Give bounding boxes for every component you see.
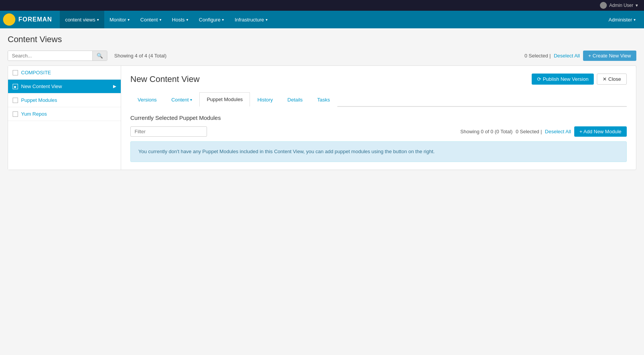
nav-item-monitor[interactable]: Monitor ▾ [104, 11, 135, 28]
header-buttons: ⟳ Publish New Version ✕ Close [532, 74, 627, 85]
toolbar-left: 🔍 Showing 4 of 4 (4 Total) [8, 51, 166, 61]
user-dropdown-caret: ▾ [636, 3, 638, 8]
sidebar-item-yum-repos-label: Yum Repos [21, 111, 116, 117]
content-view-title: New Content View [130, 74, 200, 84]
search-box: 🔍 [8, 51, 107, 61]
nav-item-hosts-caret: ▾ [186, 18, 188, 22]
search-button[interactable]: 🔍 [92, 51, 107, 61]
page-container: Content Views 🔍 Showing 4 of 4 (4 Total)… [0, 28, 644, 355]
nav-item-infrastructure-label: Infrastructure [235, 17, 264, 23]
tab-details-label: Details [288, 97, 303, 103]
tab-content-caret: ▾ [190, 98, 192, 102]
toolbar-right: 0 Selected | Deselect All + Create New V… [524, 51, 636, 61]
filter-deselect-all-link[interactable]: Deselect All [545, 129, 571, 134]
filter-right: Showing 0 of 0 (0 Total) 0 Selected | De… [460, 126, 627, 137]
nav-item-content-views-caret: ▾ [97, 18, 99, 22]
nav-item-content-label: Content [140, 17, 158, 23]
nav-item-configure[interactable]: Configure ▾ [194, 11, 229, 28]
search-input[interactable] [8, 51, 92, 61]
nav-item-monitor-caret: ▾ [128, 18, 130, 22]
nav-item-monitor-label: Monitor [110, 17, 126, 23]
sidebar-item-yum-repos[interactable]: Yum Repos [8, 107, 121, 121]
nav-item-infrastructure[interactable]: Infrastructure ▾ [229, 11, 273, 28]
tab-puppet-modules[interactable]: Puppet Modules [199, 92, 250, 107]
sidebar-checkbox-yum-repos[interactable] [13, 111, 18, 117]
tab-versions[interactable]: Versions [130, 92, 164, 107]
puppet-modules-section: Currently Selected Puppet Modules Showin… [130, 115, 627, 162]
user-avatar-icon [600, 2, 607, 9]
foreman-logo-icon [3, 13, 15, 26]
user-label: Admin User [609, 3, 633, 8]
tab-versions-label: Versions [138, 97, 157, 103]
sidebar: COMPOSITE ■ New Content View ▶ Puppet Mo… [8, 66, 121, 170]
brand-label: FOREMAN [18, 16, 52, 23]
info-message-box: You currently don't have any Puppet Modu… [130, 141, 627, 162]
selected-count: 0 Selected | [524, 53, 550, 59]
sidebar-checkbox-composite[interactable] [13, 70, 18, 75]
create-new-view-button[interactable]: + Create New View [583, 51, 636, 61]
nav-item-content-views-label: content views [65, 17, 95, 23]
user-menu[interactable]: Admin User ▾ [600, 2, 638, 9]
tab-tasks-label: Tasks [317, 97, 330, 103]
page-title: Content Views [8, 34, 636, 44]
sidebar-checkbox-new-content-view[interactable]: ■ [13, 84, 18, 89]
filter-toolbar: Showing 0 of 0 (0 Total) 0 Selected | De… [130, 126, 627, 137]
nav-item-administer-label: Administer [609, 17, 632, 23]
filter-showing-count: Showing 0 of 0 (0 Total) [460, 129, 513, 134]
main-layout: COMPOSITE ■ New Content View ▶ Puppet Mo… [8, 65, 636, 170]
nav-item-content-views[interactable]: content views ▾ [60, 11, 104, 28]
filter-selected-count: 0 Selected | [516, 129, 542, 134]
sidebar-item-composite[interactable]: COMPOSITE [8, 66, 121, 80]
nav-item-content-caret: ▾ [159, 18, 161, 22]
tab-history-label: History [257, 97, 273, 103]
nav-item-configure-label: Configure [199, 17, 220, 23]
top-bar: Admin User ▾ [0, 0, 644, 11]
tab-details[interactable]: Details [280, 92, 310, 107]
nav-item-content[interactable]: Content ▾ [135, 11, 167, 28]
nav-item-infrastructure-caret: ▾ [266, 18, 268, 22]
content-panel: New Content View ⟳ Publish New Version ✕… [121, 66, 636, 170]
nav-item-administer[interactable]: Administer ▾ [603, 11, 641, 28]
filter-input[interactable] [130, 126, 207, 137]
info-message-text: You currently don't have any Puppet Modu… [138, 149, 435, 154]
tab-content-label: Content [171, 97, 189, 103]
deselect-all-link[interactable]: Deselect All [554, 53, 580, 59]
add-new-module-button[interactable]: + Add New Module [574, 126, 627, 137]
sidebar-checkbox-puppet-modules[interactable] [13, 98, 18, 103]
tab-tasks[interactable]: Tasks [310, 92, 337, 107]
sidebar-item-new-content-view-label: New Content View [21, 83, 110, 89]
brand[interactable]: FOREMAN [3, 13, 52, 26]
close-button[interactable]: ✕ Close [597, 74, 627, 85]
showing-count: Showing 4 of 4 (4 Total) [114, 53, 166, 59]
nav-item-administer-caret: ▾ [634, 18, 636, 22]
sidebar-item-puppet-modules[interactable]: Puppet Modules [8, 93, 121, 107]
section-title: Currently Selected Puppet Modules [130, 115, 627, 121]
toolbar: 🔍 Showing 4 of 4 (4 Total) 0 Selected | … [8, 51, 636, 61]
content-header: New Content View ⟳ Publish New Version ✕… [130, 74, 627, 85]
tab-history[interactable]: History [250, 92, 280, 107]
nav-items: content views ▾ Monitor ▾ Content ▾ Host… [60, 11, 641, 28]
sidebar-item-new-content-view[interactable]: ■ New Content View ▶ [8, 80, 121, 93]
nav-item-hosts-label: Hosts [172, 17, 185, 23]
tab-puppet-modules-label: Puppet Modules [207, 97, 243, 102]
nav-item-configure-caret: ▾ [222, 18, 224, 22]
sidebar-item-new-content-view-arrow: ▶ [113, 84, 116, 89]
content-tabs: Versions Content ▾ Puppet Modules Histor… [130, 92, 627, 107]
nav-bar: FOREMAN content views ▾ Monitor ▾ Conten… [0, 11, 644, 28]
sidebar-item-puppet-modules-label: Puppet Modules [21, 97, 116, 103]
publish-new-version-button[interactable]: ⟳ Publish New Version [532, 74, 594, 85]
sidebar-item-composite-label: COMPOSITE [21, 70, 116, 75]
nav-item-hosts[interactable]: Hosts ▾ [167, 11, 194, 28]
tab-content[interactable]: Content ▾ [164, 92, 200, 107]
